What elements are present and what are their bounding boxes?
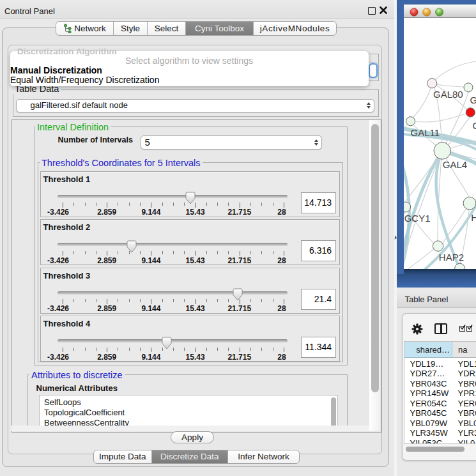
svg-text:GA: GA (470, 94, 476, 105)
svg-text:GAL4: GAL4 (442, 158, 466, 169)
svg-text:HAP2: HAP2 (438, 252, 463, 263)
svg-text:GCY1: GCY1 (404, 212, 430, 223)
svg-text:GAL11: GAL11 (410, 127, 440, 138)
svg-text:GAL80: GAL80 (433, 88, 463, 99)
svg-text:H: H (471, 211, 476, 222)
svg-text:C: C (472, 119, 476, 130)
